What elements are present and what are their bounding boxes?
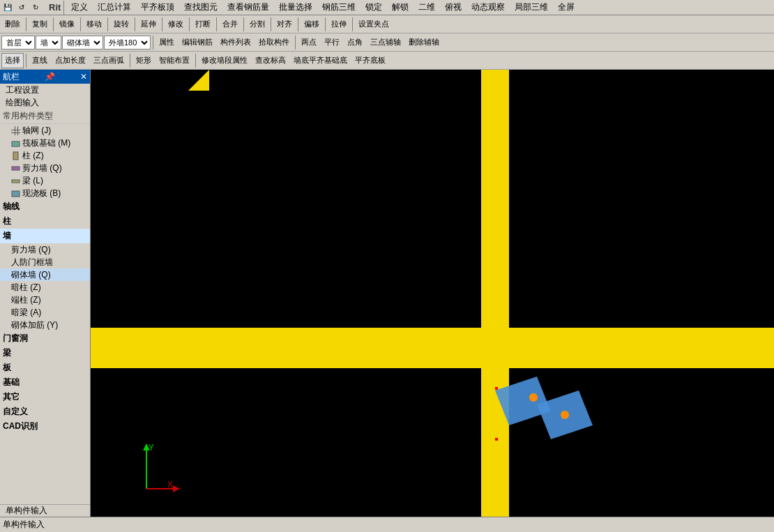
tb-delete[interactable]: 删除 bbox=[1, 17, 24, 32]
svg-rect-2 bbox=[15, 126, 15, 135]
tb-parallel[interactable]: 平行 bbox=[321, 35, 343, 50]
svg-point-12 bbox=[561, 411, 569, 419]
tb-select[interactable]: 选择 bbox=[1, 53, 24, 68]
sidebar-item-civil-defense-wall[interactable]: 人防门框墙 bbox=[0, 256, 90, 268]
sidebar-pin[interactable]: 📌 bbox=[45, 72, 55, 82]
sidebar-item-column[interactable]: 柱 (Z) bbox=[0, 149, 90, 162]
sidebar-item-beam[interactable]: 梁 (L) bbox=[0, 174, 90, 187]
tb-point-angle[interactable]: 点角 bbox=[344, 35, 366, 50]
tb-copy[interactable]: 复制 bbox=[29, 17, 51, 32]
sidebar-group-column[interactable]: 柱 bbox=[0, 214, 90, 229]
svg-text:Y: Y bbox=[149, 443, 154, 453]
undo-button[interactable]: ↺ bbox=[15, 1, 28, 14]
component-toolbar: 首层 墙 砌体墙 外墙180 属性 编辑钢筋 构件列表 拾取构件 两点 平行 点… bbox=[0, 33, 774, 52]
sidebar: 航栏 📌 ✕ 工程设置 绘图输入 常用构件类型 轴网 (J) 筏板基础 (M) … bbox=[0, 70, 91, 517]
menu-fullscreen[interactable]: 全屏 bbox=[554, 1, 579, 14]
tb-split[interactable]: 分割 bbox=[246, 17, 268, 32]
sidebar-group-beam[interactable]: 梁 bbox=[0, 346, 90, 360]
sidebar-item-drawing-input[interactable]: 绘图输入 bbox=[0, 96, 90, 109]
tb-stretch[interactable]: 拉伸 bbox=[328, 17, 350, 32]
tb-extend[interactable]: 延伸 bbox=[137, 17, 160, 32]
tb-mirror[interactable]: 镜像 bbox=[56, 17, 78, 32]
sidebar-group-wall[interactable]: 墙 bbox=[0, 229, 90, 243]
sidebar-item-end-column[interactable]: 端柱 (Z) bbox=[0, 294, 90, 306]
type-select[interactable]: 砌体墙 bbox=[62, 36, 103, 50]
tb-pick-component[interactable]: 拾取构件 bbox=[255, 35, 293, 50]
menu-local-3d[interactable]: 局部三维 bbox=[510, 1, 552, 14]
sidebar-item-brick-wall[interactable]: 砌体墙 (Q) bbox=[0, 268, 90, 281]
tb-smart-layout[interactable]: 智能布置 bbox=[155, 53, 193, 68]
tb-set-grip[interactable]: 设置夹点 bbox=[355, 17, 393, 32]
tb-delete-axis[interactable]: 删除辅轴 bbox=[405, 35, 443, 50]
menu-2d[interactable]: 二维 bbox=[414, 1, 439, 14]
tb-property[interactable]: 属性 bbox=[155, 35, 178, 50]
tb-rotate[interactable]: 旋转 bbox=[110, 17, 132, 32]
sidebar-item-dark-column[interactable]: 暗柱 (Z) bbox=[0, 281, 90, 294]
menu-dynamic-view[interactable]: 动态观察 bbox=[467, 1, 509, 14]
sidebar-item-project-settings[interactable]: 工程设置 bbox=[0, 84, 90, 96]
sidebar-group-foundation[interactable]: 基础 bbox=[0, 375, 90, 390]
svg-rect-7 bbox=[12, 180, 20, 183]
menu-unlock[interactable]: 解锁 bbox=[388, 1, 413, 14]
sidebar-item-brick-rebar[interactable]: 砌体加筋 (Y) bbox=[0, 319, 90, 331]
menu-define[interactable]: 定义 bbox=[67, 1, 92, 14]
tb-point-length[interactable]: 点加长度 bbox=[52, 53, 89, 68]
tb-two-point[interactable]: 两点 bbox=[298, 35, 320, 50]
sidebar-group-axis[interactable]: 轴线 bbox=[0, 199, 90, 214]
slab-icon bbox=[11, 189, 20, 198]
canvas-area[interactable]: Y X bbox=[91, 70, 774, 517]
tb-offset[interactable]: 偏移 bbox=[301, 17, 323, 32]
spec-select[interactable]: 外墙180 bbox=[104, 36, 151, 50]
app-title: Rit bbox=[49, 2, 61, 13]
menu-lock[interactable]: 锁定 bbox=[361, 1, 386, 14]
tb-edit-rebar[interactable]: 编辑钢筋 bbox=[179, 35, 216, 50]
sidebar-group-slab[interactable]: 板 bbox=[0, 360, 90, 375]
tb-rect[interactable]: 矩形 bbox=[132, 53, 155, 68]
menu-find[interactable]: 查找图元 bbox=[180, 1, 222, 14]
svg-text:X: X bbox=[167, 480, 173, 489]
sidebar-close[interactable]: ✕ bbox=[80, 72, 87, 82]
sidebar-item-shear-wall2[interactable]: 剪力墙 (Q) bbox=[0, 243, 90, 256]
tb-check-elevation[interactable]: 查改标高 bbox=[252, 53, 289, 68]
sidebar-item-single-component[interactable]: 单构件输入 bbox=[0, 504, 90, 517]
sidebar-group-cad[interactable]: CAD识别 bbox=[0, 419, 90, 434]
category-select[interactable]: 墙 bbox=[36, 36, 61, 50]
menu-summary[interactable]: 汇总计算 bbox=[93, 1, 135, 14]
tb-modify[interactable]: 修改 bbox=[165, 17, 187, 32]
sidebar-item-axisnet[interactable]: 轴网 (J) bbox=[0, 124, 90, 137]
sidebar-item-dark-beam[interactable]: 暗梁 (A) bbox=[0, 306, 90, 319]
menu-view-rebar[interactable]: 查看钢筋量 bbox=[223, 1, 273, 14]
status-text: 单构件输入 bbox=[3, 519, 45, 531]
tb-component-list[interactable]: 构件列表 bbox=[217, 35, 255, 50]
quick-access-bar: 💾 ↺ ↻ Rit 定义 汇总计算 平齐板顶 查找图元 查看钢筋量 批量选择 钢… bbox=[0, 0, 774, 15]
grid-icon bbox=[11, 126, 20, 135]
save-button[interactable]: 💾 bbox=[1, 1, 14, 14]
wall-vertical-left bbox=[481, 70, 509, 517]
sidebar-item-shear-wall[interactable]: 剪力墙 (Q) bbox=[0, 162, 90, 174]
sidebar-group-other[interactable]: 其它 bbox=[0, 390, 90, 404]
plate-icon bbox=[11, 139, 20, 148]
tb-align[interactable]: 对齐 bbox=[273, 17, 296, 32]
tb-align-foundation[interactable]: 墙底平齐基础底 bbox=[290, 53, 351, 68]
sidebar-group-custom[interactable]: 自定义 bbox=[0, 404, 90, 419]
tb-line[interactable]: 直线 bbox=[29, 53, 51, 68]
menu-align-top[interactable]: 平齐板顶 bbox=[137, 1, 179, 14]
menu-rebar-3d[interactable]: 钢筋三维 bbox=[318, 1, 360, 14]
tb-move[interactable]: 移动 bbox=[83, 17, 105, 32]
tb-align-floor[interactable]: 平齐底板 bbox=[351, 53, 389, 68]
sidebar-group-door-window[interactable]: 门窗洞 bbox=[0, 331, 90, 346]
menu-batch-select[interactable]: 批量选择 bbox=[275, 1, 317, 14]
floor-select[interactable]: 首层 bbox=[1, 36, 35, 50]
svg-rect-5 bbox=[13, 152, 18, 160]
tb-modify-wall-prop[interactable]: 修改墙段属性 bbox=[198, 53, 251, 68]
menu-top-view[interactable]: 俯视 bbox=[441, 1, 466, 14]
svg-rect-13 bbox=[495, 387, 498, 390]
svg-rect-8 bbox=[12, 191, 20, 197]
sidebar-item-raft[interactable]: 筏板基础 (M) bbox=[0, 137, 90, 149]
tb-arc[interactable]: 三点画弧 bbox=[90, 53, 128, 68]
tb-three-point-axis[interactable]: 三点辅轴 bbox=[367, 35, 404, 50]
tb-break[interactable]: 打断 bbox=[192, 17, 214, 32]
redo-button[interactable]: ↻ bbox=[29, 1, 42, 14]
sidebar-item-slab[interactable]: 现浇板 (B) bbox=[0, 187, 90, 199]
tb-merge[interactable]: 合并 bbox=[219, 17, 241, 32]
